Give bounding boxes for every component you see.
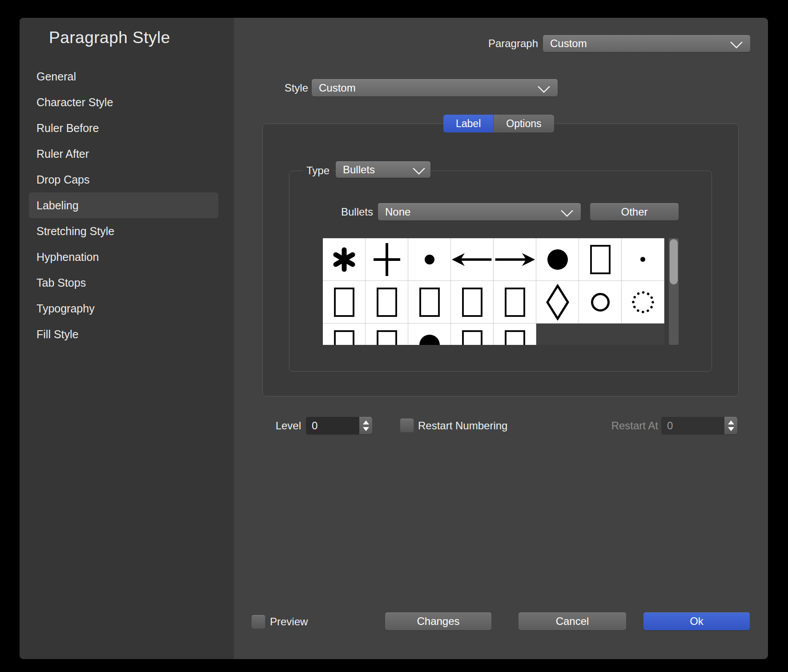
tab-options[interactable]: Options <box>493 115 554 132</box>
scrollbar-thumb[interactable] <box>670 239 678 284</box>
restart-at-value: 0 <box>661 417 724 434</box>
bullets-dropdown-value: None <box>385 206 410 218</box>
sidebar-nav: GeneralCharacter StyleRuler BeforeRuler … <box>29 64 218 347</box>
spin-down-icon <box>728 427 734 431</box>
paragraph-dropdown-value: Custom <box>550 37 587 50</box>
bullet-option-6-rect[interactable] <box>579 238 622 281</box>
style-dropdown[interactable]: Custom <box>312 79 558 96</box>
tab-label[interactable]: Label <box>443 115 493 132</box>
bullet-grid <box>323 238 664 345</box>
style-dropdown-value: Custom <box>319 82 356 94</box>
sidebar-item-tab-stops[interactable]: Tab Stops <box>29 270 218 296</box>
sidebar-item-drop-caps[interactable]: Drop Caps <box>29 167 218 192</box>
other-button[interactable]: Other <box>590 203 679 220</box>
bullet-option-9-rect[interactable] <box>366 281 408 324</box>
sidebar-item-ruler-before[interactable]: Ruler Before <box>29 115 218 141</box>
type-label: Type <box>303 163 333 179</box>
restart-at-spin-buttons <box>724 417 737 434</box>
sidebar: Paragraph Style GeneralCharacter StyleRu… <box>20 18 234 659</box>
sidebar-item-fill-style[interactable]: Fill Style <box>29 321 218 347</box>
bullet-option-4-arrow-right[interactable] <box>494 238 536 281</box>
sidebar-item-general[interactable]: General <box>29 64 218 89</box>
spin-down-icon[interactable] <box>363 427 369 431</box>
spin-up-icon[interactable] <box>363 420 369 424</box>
bullet-option-0-asterisk[interactable] <box>323 238 366 281</box>
bullet-option-16-rect[interactable] <box>323 324 366 345</box>
paragraph-label: Paragraph <box>442 35 538 52</box>
bullet-option-10-rect[interactable] <box>408 281 451 324</box>
bullet-option-14-circle[interactable] <box>579 281 622 324</box>
bullet-option-5-dot-large[interactable] <box>536 238 579 281</box>
bullets-dropdown[interactable]: None <box>378 203 581 220</box>
bullets-label: Bullets <box>329 203 373 220</box>
bullet-grid-scrollbar[interactable] <box>669 238 679 345</box>
bullet-option-2-dot-small[interactable] <box>408 238 451 281</box>
bullet-option-13-diamond[interactable] <box>536 281 579 324</box>
preview-label: Preview <box>270 613 308 631</box>
sidebar-item-typography[interactable]: Typography <box>29 296 218 321</box>
level-spin-buttons[interactable] <box>359 417 372 434</box>
sidebar-item-ruler-after[interactable]: Ruler After <box>29 141 218 167</box>
level-value[interactable]: 0 <box>306 417 359 434</box>
style-label: Style <box>260 79 308 96</box>
bullet-option-8-rect[interactable] <box>323 281 366 324</box>
preview-checkbox[interactable] <box>251 615 265 629</box>
cancel-button[interactable]: Cancel <box>519 612 626 630</box>
paragraph-dropdown[interactable]: Custom <box>543 35 750 52</box>
restart-at-spinbox: 0 <box>661 417 737 434</box>
dialog-title: Paragraph Style <box>49 28 170 47</box>
bullet-option-11-rect[interactable] <box>451 281 494 324</box>
chevron-down-icon <box>561 204 573 217</box>
level-label: Level <box>257 417 301 434</box>
ok-button[interactable]: Ok <box>643 612 750 630</box>
bullet-option-12-rect[interactable] <box>494 281 536 324</box>
bullet-option-15-dotted-circle[interactable] <box>622 281 664 324</box>
bullet-option-18-dot-large[interactable] <box>408 324 451 345</box>
restart-numbering-checkbox[interactable] <box>400 418 414 432</box>
chevron-down-icon <box>413 162 425 175</box>
sidebar-item-character-style[interactable]: Character Style <box>29 89 218 115</box>
sidebar-item-stretching-style[interactable]: Stretching Style <box>29 218 218 244</box>
sidebar-item-hyphenation[interactable]: Hyphenation <box>29 244 218 270</box>
spin-up-icon <box>728 420 734 424</box>
paragraph-style-dialog: Paragraph Style GeneralCharacter StyleRu… <box>20 18 768 659</box>
chevron-down-icon <box>538 80 550 93</box>
level-spinbox[interactable]: 0 <box>306 417 372 434</box>
type-dropdown-value: Bullets <box>343 164 375 176</box>
bullet-option-19-rect[interactable] <box>451 324 494 345</box>
bullet-option-3-arrow-left[interactable] <box>451 238 494 281</box>
sidebar-item-labeling[interactable]: Labeling <box>29 192 218 218</box>
bullet-option-1-plus[interactable] <box>366 238 408 281</box>
screen: { "window_title": "Paragraph Style", "si… <box>0 0 788 672</box>
tab-bar: LabelOptions <box>443 115 554 132</box>
restart-at-label: Restart At <box>591 417 658 434</box>
chevron-down-icon <box>730 36 743 48</box>
bullet-option-20-rect[interactable] <box>494 324 536 345</box>
restart-numbering-label: Restart Numbering <box>418 417 507 434</box>
type-dropdown[interactable]: Bullets <box>336 161 430 178</box>
bullet-option-7-dot-tiny[interactable] <box>622 238 664 281</box>
changes-button[interactable]: Changes <box>385 612 491 630</box>
bullet-option-17-rect[interactable] <box>366 324 408 345</box>
